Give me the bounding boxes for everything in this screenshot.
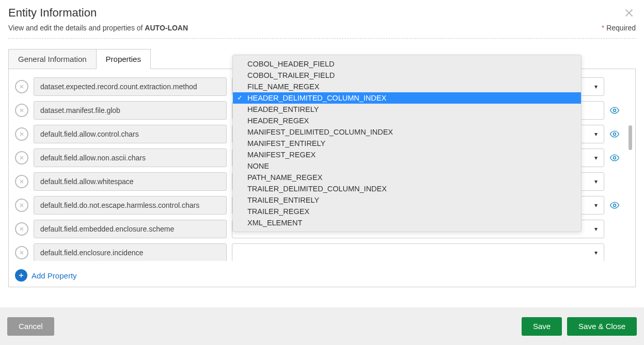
- dropdown-option[interactable]: HEADER_ENTIRELY: [233, 104, 581, 115]
- tab-properties[interactable]: Properties: [96, 49, 151, 69]
- dropdown-option[interactable]: COBOL_HEADER_FIELD: [233, 58, 581, 70]
- delete-property-button[interactable]: [15, 80, 28, 93]
- subtitle-prefix: View and edit the details and properties…: [8, 24, 145, 32]
- svg-point-1: [614, 133, 616, 136]
- property-key: default.field.allow.non.ascii.chars: [34, 149, 227, 167]
- page-title: Entity Information: [8, 6, 97, 20]
- entity-name: AUTO-LOAN: [145, 24, 188, 32]
- svg-point-2: [614, 157, 616, 159]
- dropdown-option[interactable]: MANIFEST_DELIMITED_COLUMN_INDEX: [233, 126, 581, 138]
- delete-property-button[interactable]: [15, 104, 28, 117]
- property-row: default.field.enclosure.incidence: [15, 243, 620, 261]
- dropdown-option[interactable]: HEADER_DELIMITED_COLUMN_INDEX: [233, 92, 581, 104]
- svg-point-0: [614, 109, 616, 112]
- save-button[interactable]: Save: [522, 317, 562, 336]
- dropdown-option[interactable]: TRAILER_DELIMITED_COLUMN_INDEX: [233, 183, 581, 194]
- property-key: default.field.enclosure.incidence: [34, 243, 227, 261]
- delete-property-button[interactable]: [15, 246, 28, 259]
- dropdown-option[interactable]: NONE: [233, 160, 581, 172]
- dropdown-option[interactable]: MANIFEST_REGEX: [233, 149, 581, 160]
- eye-icon[interactable]: [609, 153, 620, 163]
- cancel-button[interactable]: Cancel: [7, 317, 54, 336]
- property-value-select[interactable]: [232, 243, 604, 261]
- dropdown-option[interactable]: MANIFEST_ENTIRELY: [233, 138, 581, 149]
- property-key: dataset.manifest.file.glob: [34, 101, 227, 120]
- dropdown-option[interactable]: HEADER_REGEX: [233, 115, 581, 126]
- scrollbar-thumb[interactable]: [629, 125, 632, 150]
- property-key: default.field.embedded.enclosure.scheme: [34, 220, 227, 238]
- required-indicator: *Required: [602, 24, 636, 32]
- add-property-label: Add Property: [32, 271, 77, 280]
- delete-property-button[interactable]: [15, 199, 28, 212]
- extraction-method-dropdown[interactable]: COBOL_HEADER_FIELDCOBOL_TRAILER_FIELDFIL…: [232, 55, 582, 232]
- delete-property-button[interactable]: [15, 127, 28, 141]
- dropdown-option[interactable]: XML_ELEMENT: [233, 217, 581, 228]
- dropdown-option[interactable]: TRAILER_ENTIRELY: [233, 194, 581, 206]
- delete-property-button[interactable]: [15, 222, 28, 236]
- bottom-bar: Cancel Save Save & Close: [0, 307, 644, 345]
- subtitle: View and edit the details and properties…: [8, 24, 188, 32]
- tab-general-information[interactable]: General Information: [8, 49, 97, 69]
- property-key: default.field.allow.whitespace: [34, 172, 227, 191]
- add-property-button[interactable]: Add Property: [15, 269, 77, 282]
- eye-icon[interactable]: [609, 129, 620, 139]
- scrollbar[interactable]: [629, 76, 632, 280]
- property-key: default.field.do.not.escape.harmless.con…: [34, 196, 227, 215]
- dropdown-option[interactable]: TRAILER_REGEX: [233, 206, 581, 217]
- svg-point-3: [614, 204, 616, 207]
- divider: [8, 38, 636, 39]
- dropdown-option[interactable]: PATH_NAME_REGEX: [233, 172, 581, 183]
- property-key: default.field.allow.control.chars: [34, 125, 227, 143]
- delete-property-button[interactable]: [15, 151, 28, 165]
- dropdown-option[interactable]: FILE_NAME_REGEX: [233, 81, 581, 92]
- eye-icon[interactable]: [609, 200, 620, 210]
- property-key: dataset.expected.record.count.extraction…: [34, 77, 227, 96]
- save-and-close-button[interactable]: Save & Close: [567, 317, 637, 336]
- close-icon[interactable]: [622, 6, 636, 20]
- eye-icon[interactable]: [609, 105, 620, 116]
- delete-property-button[interactable]: [15, 175, 28, 188]
- dropdown-option[interactable]: COBOL_TRAILER_FIELD: [233, 70, 581, 81]
- plus-icon: [15, 269, 27, 282]
